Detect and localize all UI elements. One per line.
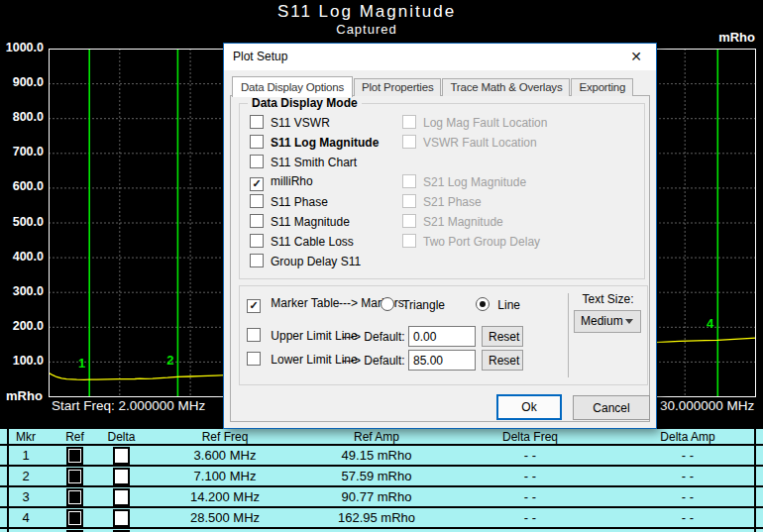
table-row-3: 314.200 MHz90.77 mRho- -- - xyxy=(0,487,763,508)
text-size-value: Medium xyxy=(581,314,623,328)
checkbox-fill xyxy=(69,512,80,524)
marker-limit-group: ✓ Marker Table ---> Markers: Triangle Li… xyxy=(239,285,648,385)
delta-checkbox[interactable] xyxy=(113,447,130,465)
vswr-fault-location-label: VSWR Fault Location xyxy=(423,136,537,150)
delta-checkbox xyxy=(98,488,145,506)
ref-checkbox xyxy=(52,509,98,527)
header-delta-freq: Delta Freq xyxy=(448,430,612,444)
plot-setup-dialog: Plot Setup ✕ Data Display OptionsPlot Pr… xyxy=(223,43,657,429)
checkbox-fill xyxy=(116,512,127,524)
log-mag-fault-location-checkbox xyxy=(402,115,416,129)
s11-vswr-label[interactable]: S11 VSWR xyxy=(271,116,330,130)
log-mag-fault-location-label: Log Mag Fault Location xyxy=(423,116,547,130)
s11-cable-loss-label[interactable]: S11 Cable Loss xyxy=(271,235,354,249)
y-tick-1000.0: 1000.0 xyxy=(0,41,44,54)
s11-smith-chart-checkbox[interactable] xyxy=(250,155,264,168)
millirho-label[interactable]: milliRho xyxy=(271,174,313,188)
tab-trace-math-overlays[interactable]: Trace Math & Overlays xyxy=(442,78,570,96)
checkbox-fill xyxy=(69,450,80,462)
marker-label-2: 2 xyxy=(166,353,173,368)
s11-smith-chart-label[interactable]: S11 Smith Chart xyxy=(271,156,357,169)
ref-checkbox[interactable] xyxy=(66,488,83,506)
start-freq-label: Start Freq: 2.000000 MHz xyxy=(52,398,205,413)
s21-phase-label: S21 Phase xyxy=(423,195,482,209)
ok-button[interactable]: Ok xyxy=(496,394,562,420)
table-row-2: 27.100 MHz57.59 mRho- -- - xyxy=(0,467,763,487)
checkbox-row: Two Port Group Delay xyxy=(402,234,540,252)
checkbox-row: Log Mag Fault Location xyxy=(402,115,547,133)
checkbox-fill xyxy=(116,450,127,462)
ref-checkbox[interactable] xyxy=(66,468,83,485)
delta-freq-value: - - xyxy=(448,510,612,525)
ref-amp-value: 57.59 mRho xyxy=(305,469,448,483)
y-tick-100.0: 100.0 xyxy=(0,354,44,368)
line-radio-label[interactable]: Line xyxy=(497,298,520,312)
s11-magnitude-label[interactable]: S11 Magnitude xyxy=(271,215,350,229)
s11-cable-loss-checkbox[interactable] xyxy=(250,234,264,248)
lower-limit-checkbox[interactable] xyxy=(247,352,261,366)
chevron-down-icon xyxy=(625,319,633,324)
upper-limit-arrow-label: ---> Default: xyxy=(342,330,405,344)
ref-checkbox xyxy=(52,468,98,485)
y-tick-400.0: 400.0 xyxy=(0,250,44,264)
delta-amp-value: - - xyxy=(612,489,763,504)
triangle-radio[interactable] xyxy=(381,297,394,311)
text-size-label: Text Size: xyxy=(569,292,647,306)
ref-checkbox[interactable] xyxy=(66,509,83,527)
upper-limit-reset-button[interactable]: Reset xyxy=(482,326,523,347)
group-delay-s11-label[interactable]: Group Delay S11 xyxy=(271,255,361,268)
s21-log-magnitude-checkbox xyxy=(402,174,416,188)
y-tick-500.0: 500.0 xyxy=(0,215,44,229)
checkbox-row: Group Delay S11 xyxy=(250,254,361,271)
marker-table-checkbox[interactable]: ✓ xyxy=(247,299,261,313)
s11-vswr-checkbox[interactable] xyxy=(250,115,264,129)
checkbox-row: S21 Log Magnitude xyxy=(402,174,526,192)
delta-checkbox[interactable] xyxy=(113,509,130,527)
text-size-dropdown[interactable]: Medium xyxy=(574,310,641,333)
header-delta-amp: Delta Amp xyxy=(612,430,763,444)
marker-label-4: 4 xyxy=(707,316,714,331)
dialog-titlebar[interactable]: Plot Setup ✕ xyxy=(224,44,656,70)
delta-checkbox xyxy=(98,509,145,527)
triangle-radio-label[interactable]: Triangle xyxy=(402,298,445,312)
s11-phase-label[interactable]: S11 Phase xyxy=(271,195,328,209)
vswr-fault-location-checkbox xyxy=(402,135,416,149)
checkbox-row: ✓milliRho xyxy=(250,174,313,192)
checkbox-row: VSWR Fault Location xyxy=(402,135,537,153)
tab-exporting[interactable]: Exporting xyxy=(571,78,633,96)
close-icon[interactable]: ✕ xyxy=(620,44,652,70)
checkbox-fill xyxy=(69,491,80,503)
marker-table-label[interactable]: Marker Table xyxy=(271,296,339,310)
delta-amp-value: - - xyxy=(612,448,763,463)
dialog-title: Plot Setup xyxy=(233,44,287,70)
millirho-checkbox[interactable]: ✓ xyxy=(250,177,264,191)
upper-limit-checkbox[interactable] xyxy=(247,328,261,342)
y-tick-700.0: 700.0 xyxy=(0,145,44,159)
lower-limit-arrow-label: ---> Default: xyxy=(342,354,405,368)
marker-table-header: MkrRefDeltaRef FreqRef AmpDelta FreqDelt… xyxy=(0,429,763,446)
s11-log-magnitude-checkbox[interactable] xyxy=(250,135,264,149)
s11-log-magnitude-label[interactable]: S11 Log Magnitude xyxy=(271,136,379,150)
y-tick-300.0: 300.0 xyxy=(0,284,44,298)
data-display-mode-title: Data Display Mode xyxy=(248,96,362,110)
delta-checkbox[interactable] xyxy=(113,468,130,485)
checkbox-row: S11 Smith Chart xyxy=(250,155,357,172)
lower-limit-input[interactable] xyxy=(408,350,476,371)
table-row-4: 428.500 MHz162.95 mRho- -- - xyxy=(0,508,763,529)
ref-freq-value: 7.100 MHz xyxy=(145,469,305,483)
header-ref-amp: Ref Amp xyxy=(305,430,448,444)
delta-checkbox[interactable] xyxy=(113,488,130,506)
tab-plot-properties[interactable]: Plot Properties xyxy=(354,78,441,96)
group-delay-s11-checkbox[interactable] xyxy=(250,254,264,267)
s11-phase-checkbox[interactable] xyxy=(250,194,264,208)
checkbox-row: S11 Log Magnitude xyxy=(250,135,379,153)
tab-data-display-options[interactable]: Data Display Options xyxy=(232,76,353,97)
lower-limit-reset-button[interactable]: Reset xyxy=(482,350,523,371)
ref-checkbox xyxy=(52,447,98,465)
cancel-button[interactable]: Cancel xyxy=(573,395,650,420)
ref-checkbox[interactable] xyxy=(66,447,83,465)
line-radio[interactable] xyxy=(476,297,490,311)
table-row-1: 13.600 MHz49.15 mRho- -- - xyxy=(0,446,763,467)
upper-limit-input[interactable] xyxy=(408,326,476,347)
s11-magnitude-checkbox[interactable] xyxy=(250,214,264,228)
